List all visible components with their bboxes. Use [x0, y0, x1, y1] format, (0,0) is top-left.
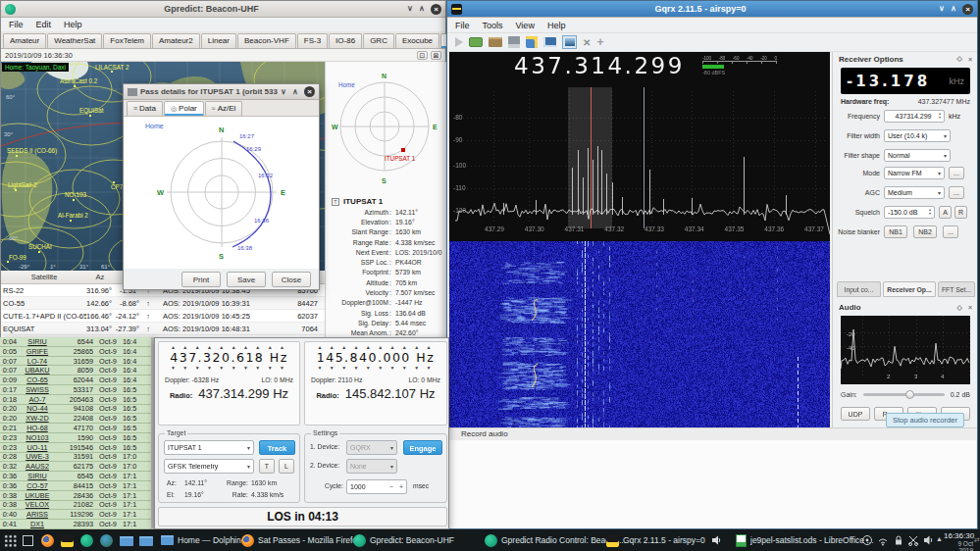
maximize-icon[interactable]: ∧: [948, 3, 959, 15]
table-row[interactable]: CO-55 142.66° -8.68° ↑ AOS: 2019/10/09 1…: [1, 297, 325, 310]
module-tab[interactable]: Linear: [201, 33, 236, 48]
nb-options-button[interactable]: ...: [943, 225, 958, 238]
close-icon[interactable]: ×: [962, 4, 973, 15]
waterfall-toggle-icon[interactable]: [562, 35, 577, 49]
pass-sat-link[interactable]: AAUS2: [17, 462, 58, 471]
firefox-launcher-icon[interactable]: [41, 534, 54, 547]
pass-sat-link[interactable]: CO-65: [17, 376, 58, 384]
waterfall-display[interactable]: [449, 241, 830, 427]
pass-sat-link[interactable]: NO103: [17, 433, 58, 442]
menu-item[interactable]: Edit: [36, 20, 52, 29]
menu-item[interactable]: Help: [547, 21, 566, 30]
center-icon[interactable]: +: [596, 35, 603, 49]
gqrx-launcher-icon[interactable]: [61, 534, 74, 547]
gpredict-titlebar[interactable]: Gpredict: Beacon-UHF ∨ ∧ ×: [1, 1, 445, 18]
pass-sat-link[interactable]: SIRIU: [17, 472, 58, 480]
agc-select[interactable]: Medium▾: [884, 186, 945, 199]
close-panel-icon[interactable]: ×: [968, 56, 972, 63]
module-tab[interactable]: Beacon-VHF: [237, 33, 296, 48]
fft-display[interactable]: 437.314.299 -100-80-60-40-200 -80 dBFS -…: [449, 52, 830, 241]
clock[interactable]: 16:36:30 9 Oct 2019: [944, 531, 973, 551]
table-row[interactable]: CUTE-1.7+APD II (CO-65) 166.46° -24.12° …: [1, 310, 325, 323]
module-tab[interactable]: FoxTelem: [103, 33, 151, 48]
gain-slider[interactable]: [863, 393, 945, 396]
network-icon[interactable]: [877, 534, 889, 546]
target-sat-select[interactable]: ITUPSAT 1▾: [164, 440, 254, 455]
close-icon[interactable]: ×: [304, 86, 315, 97]
close-panel-icon[interactable]: ×: [968, 304, 972, 311]
save-icon[interactable]: [508, 36, 520, 48]
menu-item[interactable]: Tools: [483, 21, 503, 30]
pass-polar-plot[interactable]: N S W E Home 16:27 16:29 16:32 16:36 16:…: [124, 117, 319, 269]
pass-sat-link[interactable]: AO-7: [17, 395, 58, 404]
uplink-frequency[interactable]: 145.840.000 Hz: [305, 350, 446, 365]
task-dolphin[interactable]: Home — Dolphin: [161, 531, 241, 549]
freq-down-spinners[interactable]: ▼ ▼ ▼ ▼ ▼ ▼ ▼ ▼ ▼ ▼: [159, 365, 299, 371]
start-dsp-icon[interactable]: [455, 37, 463, 47]
squelch-spinbox[interactable]: -150.0 dB▴▾: [884, 206, 935, 219]
task-radio-control[interactable]: Gpredict Radio Control: Beacon...: [485, 531, 626, 549]
transponder-select[interactable]: GFSK Telemetry▾: [164, 459, 254, 474]
pass-sat-link[interactable]: UKUBE: [17, 491, 58, 500]
nb2-button[interactable]: NB2: [913, 225, 937, 238]
device1-select[interactable]: GQRX▾: [346, 440, 397, 455]
shade-icon[interactable]: ∨: [404, 3, 416, 15]
table-row[interactable]: EQUISAT 313.04° -27.39° ↑ AOS: 2019/10/0…: [1, 323, 325, 335]
pass-sat-link[interactable]: LO-74: [17, 357, 58, 366]
mode-options-button[interactable]: ...: [949, 167, 964, 179]
menu-item[interactable]: File: [9, 20, 24, 29]
tray-status-icon[interactable]: [861, 534, 873, 546]
squelch-reset-button[interactable]: R: [954, 206, 967, 219]
tab-fft-settings[interactable]: FFT Set...: [938, 281, 975, 297]
maximize-icon[interactable]: ∧: [416, 3, 428, 15]
dialog-titlebar[interactable]: Pass details for ITUPSAT 1 (orbit 53303)…: [124, 84, 319, 100]
volume-icon[interactable]: [922, 534, 934, 546]
module-tab[interactable]: WeatherSat: [47, 33, 102, 48]
maximize-icon[interactable]: ∧: [289, 86, 301, 98]
cycle-minus[interactable]: −: [389, 483, 393, 490]
pass-sat-link[interactable]: UO-11: [17, 443, 58, 452]
dialog-tab[interactable]: ◎Polar: [164, 101, 204, 116]
offset-lcd[interactable]: -13.178 kHz: [841, 68, 970, 94]
module-tab[interactable]: Amateur: [3, 33, 46, 48]
pass-sat-link[interactable]: HO-68: [17, 424, 58, 432]
lock-icon[interactable]: [893, 534, 904, 546]
tray-expand-icon[interactable]: ▲: [936, 535, 943, 542]
folder2-launcher-icon[interactable]: [139, 536, 153, 546]
engage-button[interactable]: Engage: [403, 440, 442, 455]
tab-input-controls[interactable]: Input co...: [837, 281, 881, 297]
pass-sat-link[interactable]: DX1: [17, 520, 58, 528]
downlink-frequency[interactable]: 437.320.618 Hz: [159, 350, 299, 365]
tab-receiver-options[interactable]: Receiver Op...: [883, 281, 936, 297]
folder-launcher-icon[interactable]: [120, 536, 133, 546]
task-firefox[interactable]: Sat Passes - Mozilla Firefox: [241, 531, 361, 549]
pass-sat-link[interactable]: VELOX: [17, 500, 58, 509]
dialog-button[interactable]: Close: [272, 272, 311, 287]
cycle-plus[interactable]: +: [399, 483, 403, 490]
app-launcher-icon[interactable]: [4, 534, 17, 547]
device2-select[interactable]: None▾: [346, 459, 397, 474]
dialog-button[interactable]: Save: [227, 272, 266, 287]
tune-button[interactable]: T: [259, 459, 275, 474]
lock-button[interactable]: L: [279, 459, 294, 474]
udp-button[interactable]: UDP: [841, 407, 870, 421]
panel-sync-icon[interactable]: ⇄: [974, 536, 980, 544]
module-tab[interactable]: Exocube: [395, 33, 439, 48]
frequency-spinbox[interactable]: 437314.299▴▾: [884, 110, 945, 123]
dsp-settings-icon[interactable]: ✕: [583, 37, 591, 48]
dialog-tab[interactable]: ≡Data: [127, 101, 163, 116]
menu-item[interactable]: View: [516, 21, 535, 30]
squelch-auto-button[interactable]: A: [939, 206, 952, 219]
gpredict-launcher-icon[interactable]: [80, 534, 93, 547]
pass-sat-link[interactable]: UBAKU: [17, 366, 58, 375]
frequency-readout[interactable]: 437.314.299: [514, 53, 685, 78]
module-tab[interactable]: IO-86: [329, 33, 362, 48]
float-panel-icon[interactable]: ◇: [957, 304, 962, 312]
pass-sat-link[interactable]: CO-57: [17, 481, 58, 490]
col-header-satellite[interactable]: Satellite: [1, 273, 87, 281]
pass-sat-link[interactable]: ARISS: [17, 510, 58, 519]
remote-control-icon[interactable]: [543, 37, 556, 47]
task-gpredict[interactable]: Gpredict: Beacon-UHF: [353, 531, 454, 549]
gain-slider-handle[interactable]: [905, 390, 914, 399]
module-tab[interactable]: GRC: [363, 33, 394, 48]
